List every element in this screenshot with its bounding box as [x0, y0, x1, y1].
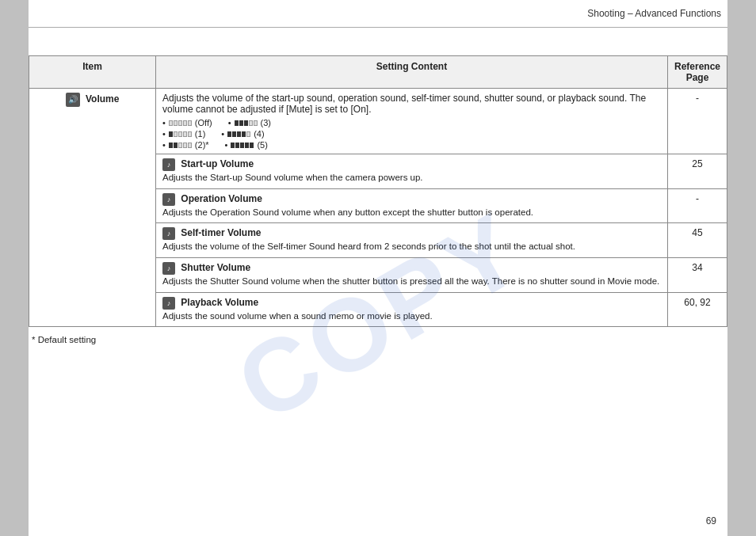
vol-5-label: (5): [257, 140, 267, 150]
vol-4: • (4): [221, 129, 264, 139]
sub-header-3: Shutter Volume: [181, 262, 250, 273]
sub-ref-0: 25: [667, 154, 727, 189]
sub-desc-3: Adjusts the Shutter Sound volume when th…: [162, 276, 659, 286]
main-content: Shooting – Advanced Functions Item Setti…: [29, 0, 727, 536]
footer-note: * Default setting: [29, 335, 727, 344]
sub-icon-1: ♪: [162, 193, 175, 206]
vol-5: • (5): [225, 140, 268, 150]
vol-2: • (2)*: [162, 140, 209, 150]
sub-icon-0: ♪: [162, 158, 175, 171]
sub-icon-2: ♪: [162, 227, 175, 240]
sub-desc-2: Adjusts the volume of the Self-timer Sou…: [162, 241, 575, 251]
sub-header-4: Playback Volume: [181, 297, 258, 308]
side-panel-right: [727, 0, 756, 536]
vol-row-3: • (2)* •: [162, 140, 661, 150]
vol-3-label: (3): [261, 118, 271, 127]
vol-row-1: • (Off) •: [162, 118, 661, 127]
main-desc-cell: Adjusts the volume of the start-up sound…: [156, 89, 668, 154]
sub-icon-4: ♪: [162, 297, 175, 310]
sub-content-3: ♪ Shutter Volume Adjusts the Shutter Sou…: [156, 258, 668, 293]
item-label: Volume: [86, 93, 119, 105]
sub-content-0: ♪ Start-up Volume Adjusts the Start-up S…: [156, 154, 668, 189]
item-cell: 🔊 Volume: [29, 89, 156, 327]
vol-3: • (3): [228, 118, 271, 127]
vol-row-2: • (1) •: [162, 129, 661, 139]
side-panel-left: [0, 0, 29, 536]
sub-header-0: Start-up Volume: [181, 158, 254, 169]
vol-off-label: (Off): [195, 118, 212, 127]
sub-content-4: ♪ Playback Volume Adjusts the sound volu…: [156, 292, 668, 327]
vol-bars: • (Off) •: [162, 118, 661, 150]
sub-desc-1: Adjusts the Operation Sound volume when …: [162, 207, 533, 217]
volume-icon: 🔊: [66, 93, 80, 107]
bar-1: [169, 131, 192, 137]
vol-1: • (1): [162, 129, 205, 139]
sub-ref-4: 60, 92: [667, 292, 727, 327]
col-header-item: Item: [29, 56, 156, 89]
sub-icon-3: ♪: [162, 262, 175, 275]
header-title: Shooting – Advanced Functions: [587, 8, 721, 19]
main-table: Item Setting Content Reference Page 🔊 Vo…: [29, 55, 727, 327]
sub-desc-0: Adjusts the Start-up Sound volume when t…: [162, 173, 423, 182]
bar-off: [169, 120, 192, 126]
header-bar: Shooting – Advanced Functions: [29, 0, 727, 28]
col-header-ref: Reference Page: [667, 56, 727, 89]
sub-content-2: ♪ Self-timer Volume Adjusts the volume o…: [156, 223, 668, 258]
vol-off: • (Off): [162, 118, 212, 127]
vol-1-label: (1): [195, 129, 205, 139]
page-number: 69: [706, 515, 716, 526]
col-header-content: Setting Content: [156, 56, 668, 89]
main-desc-text: Adjusts the volume of the start-up sound…: [162, 93, 646, 115]
vol-4-label: (4): [254, 129, 264, 139]
sub-header-1: Operation Volume: [181, 193, 262, 204]
sub-ref-3: 34: [667, 258, 727, 293]
bar-5: [231, 143, 254, 148]
sub-desc-4: Adjusts the sound volume when a sound me…: [162, 311, 433, 321]
sub-content-1: ♪ Operation Volume Adjusts the Operation…: [156, 188, 668, 223]
table-row-main: 🔊 Volume Adjusts the volume of the start…: [29, 89, 727, 154]
sub-ref-2: 45: [667, 223, 727, 258]
sub-ref-1: -: [667, 188, 727, 223]
vol-2-label: (2)*: [195, 140, 209, 150]
main-ref-cell: -: [667, 89, 727, 154]
bar-2: [169, 143, 192, 148]
bar-3: [235, 120, 258, 126]
sub-header-2: Self-timer Volume: [181, 228, 261, 239]
bar-4: [227, 131, 250, 137]
